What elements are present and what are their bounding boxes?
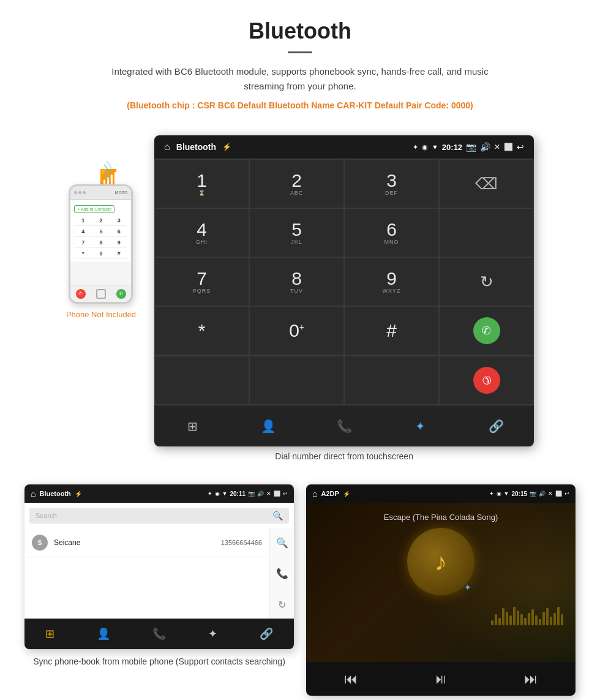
nav-contacts-button[interactable]: 👤 [230, 405, 306, 446]
music-back-icon[interactable]: ↩ [564, 491, 569, 497]
phone-add-contacts[interactable]: + Add to Contacts [74, 205, 114, 213]
phone-key-7[interactable]: 7 [74, 238, 91, 248]
dial-key-hash[interactable]: # [344, 306, 439, 355]
phone-call-button[interactable]: ✆ [116, 289, 126, 299]
music-cam-icon[interactable]: 📷 [530, 491, 536, 497]
dial-key-8[interactable]: 8 TUV [249, 257, 344, 306]
dial-key-6[interactable]: 6 MNO [344, 208, 439, 257]
usb-icon: ⚡ [222, 143, 231, 151]
nav-link-button[interactable]: 🔗 [458, 405, 534, 446]
phone-not-included-label: Phone Not Included [66, 310, 136, 319]
window-icon[interactable]: ⬜ [504, 143, 513, 151]
pb-back-icon[interactable]: ↩ [283, 491, 288, 497]
person-icon: 👤 [261, 419, 276, 434]
phone-key-1[interactable]: 1 [74, 216, 91, 226]
nav-bluetooth-button[interactable]: ✦ [382, 405, 458, 446]
pb-app-title: Bluetooth [39, 490, 70, 497]
dial-key-4[interactable]: 4 GHI [154, 208, 249, 257]
phonebook-caption: Sync phone-book from mobile phone (Suppo… [24, 655, 294, 668]
dial-key-9[interactable]: 9 WXYZ [344, 257, 439, 306]
dial-key-5[interactable]: 5 JKL [249, 208, 344, 257]
pb-right-search[interactable]: 🔍 [276, 537, 288, 549]
pb-nav-bar: ⊞ 👤 📞 ✦ 🔗 [24, 619, 294, 649]
phone-top-dots [74, 191, 86, 194]
pb-usb-icon: ⚡ [75, 491, 82, 497]
music-app-title: A2DP [321, 490, 339, 497]
phone-keypad: 1 2 3 4 5 6 7 8 9 * 0 # [73, 216, 129, 259]
phone-key-star[interactable]: * [74, 249, 91, 259]
pb-right-call[interactable]: 📞 [276, 568, 288, 579]
pb-cam-icon[interactable]: 📷 [248, 491, 255, 497]
eq-bar [520, 614, 523, 625]
music-bt-icon: ✦ [489, 491, 494, 497]
phone-home-button[interactable] [96, 289, 106, 299]
pb-nav-user[interactable]: 👤 [97, 627, 110, 641]
music-controls: ⏮ ⏯ ⏭ [306, 662, 576, 696]
music-prev-button[interactable]: ⏮ [344, 671, 358, 687]
home-icon[interactable]: ⌂ [164, 141, 170, 152]
phone-key-8[interactable]: 8 [92, 238, 110, 248]
back-icon[interactable]: ↩ [517, 142, 524, 152]
pb-nav-phone[interactable]: 📞 [152, 627, 166, 641]
pb-right-refresh[interactable]: ↻ [278, 599, 286, 611]
eq-bar [498, 618, 501, 625]
pb-vol-icon[interactable]: 🔊 [257, 491, 264, 497]
nav-grid-button[interactable]: ⊞ [154, 405, 230, 446]
dial-end-call-button[interactable]: ✆ [439, 356, 534, 405]
dial-key-1[interactable]: 1 ⌛ [154, 159, 249, 208]
phone-end-call-button[interactable]: ✆ [76, 289, 86, 299]
phone-key-3[interactable]: 3 [110, 216, 127, 226]
music-home-icon[interactable]: ⌂ [312, 489, 317, 499]
eq-bar [550, 617, 552, 625]
dial-key-2[interactable]: 2 ABC [249, 159, 344, 208]
phone-key-0[interactable]: 0 [92, 249, 110, 259]
music-statusbar-left: ⌂ A2DP ⚡ [312, 489, 350, 499]
phone-key-6[interactable]: 6 [110, 227, 127, 237]
eq-bar [502, 608, 504, 625]
bluetooth-nav-icon: ✦ [415, 419, 426, 434]
dial-key-3[interactable]: 3 DEF [344, 159, 439, 208]
pb-contact-row: S Seicane 13566664466 [24, 529, 269, 557]
nav-calls-button[interactable]: 📞 [306, 405, 382, 446]
volume-icon[interactable]: 🔊 [480, 142, 490, 152]
dial-key-7[interactable]: 7 PQRS [154, 257, 249, 306]
pb-win-icon[interactable]: ⬜ [274, 491, 280, 497]
signal-icon: ▼ [432, 143, 438, 151]
bluetooth-status-icon: ✦ [413, 143, 418, 151]
pb-nav-bt[interactable]: ✦ [208, 627, 217, 641]
pb-loc-icon: ◉ [215, 491, 220, 497]
music-vol-icon[interactable]: 🔊 [539, 491, 546, 497]
dial-key-star[interactable]: * [154, 306, 249, 355]
pb-search-bar[interactable]: Search 🔍 [29, 508, 289, 524]
pb-statusbar-left: ⌂ Bluetooth ⚡ [31, 489, 82, 499]
phone-key-hash[interactable]: # [110, 249, 127, 259]
music-body: Escape (The Pina Colada Song) ♪ ✦ [306, 503, 576, 662]
eq-bar [557, 607, 560, 625]
pb-home-icon[interactable]: ⌂ [31, 489, 36, 499]
music-playpause-button[interactable]: ⏯ [434, 671, 448, 687]
pb-close-icon[interactable]: ✕ [266, 491, 271, 497]
music-loc-icon: ◉ [497, 491, 501, 497]
pb-statusbar-right: ✦ ◉ ▼ 20:11 📷 🔊 ✕ ⬜ ↩ [208, 491, 288, 497]
dial-caption: Dial number direct from touchscreen [275, 451, 413, 461]
pb-nav-link[interactable]: 🔗 [260, 627, 273, 641]
music-next-button[interactable]: ⏭ [524, 671, 538, 687]
pb-nav-grid[interactable]: ⊞ [45, 627, 54, 641]
pb-contacts-list: S Seicane 13566664466 [24, 529, 269, 619]
dial-key-0[interactable]: 0+ [249, 306, 344, 355]
pb-search-icon[interactable]: 🔍 [272, 511, 283, 521]
dial-key-refresh[interactable]: ↻ [439, 257, 534, 306]
music-win-icon[interactable]: ⬜ [555, 491, 562, 497]
camera-icon[interactable]: 📷 [466, 142, 476, 152]
phone-key-2[interactable]: 2 [92, 216, 110, 226]
phone-key-5[interactable]: 5 [92, 227, 110, 237]
phone-key-4[interactable]: 4 [74, 227, 91, 237]
phone-key-9[interactable]: 9 [110, 238, 127, 248]
phonebook-block: ⌂ Bluetooth ⚡ ✦ ◉ ▼ 20:11 📷 🔊 ✕ ⬜ ↩ [24, 484, 294, 700]
dial-call-button[interactable]: ✆ [439, 306, 534, 355]
music-close-icon[interactable]: ✕ [548, 491, 553, 497]
eq-bar [561, 614, 563, 625]
dial-end-empty-2 [249, 356, 344, 405]
dial-key-delete[interactable]: ⌫ [439, 159, 534, 208]
close-icon[interactable]: ✕ [494, 143, 500, 151]
